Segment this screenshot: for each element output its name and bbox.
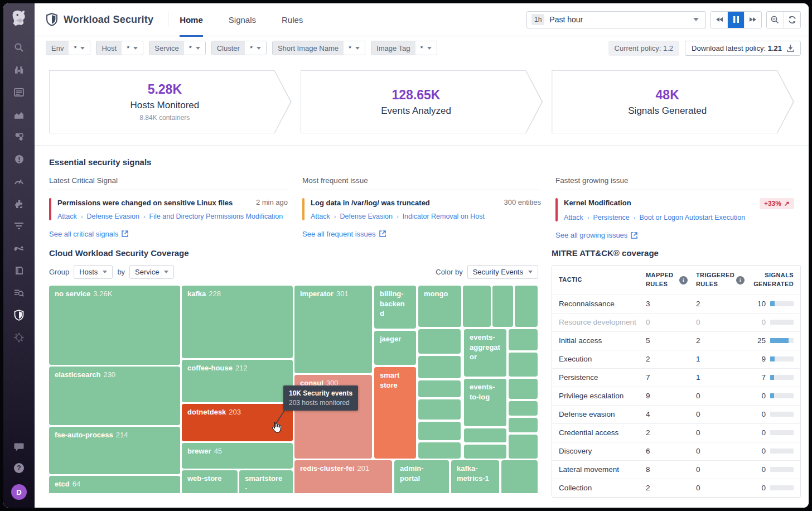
treemap-tile[interactable] bbox=[509, 401, 538, 416]
treemap-tile[interactable]: elasticsearch230 bbox=[49, 367, 180, 425]
filter-pill[interactable]: Image Tag * bbox=[371, 41, 437, 55]
treemap-tile[interactable]: web-store bbox=[182, 470, 238, 493]
treemap-tile[interactable] bbox=[418, 422, 461, 440]
download-policy-button[interactable]: Download latest policy: 1.21 bbox=[685, 41, 801, 56]
pause-button[interactable] bbox=[728, 12, 745, 28]
group-by-select[interactable]: Service bbox=[129, 265, 174, 279]
treemap-tile[interactable]: kafka228 bbox=[182, 286, 293, 358]
skip-back-button[interactable] bbox=[711, 12, 728, 28]
search-icon[interactable] bbox=[14, 42, 24, 52]
user-avatar[interactable]: D bbox=[11, 484, 27, 500]
tab-home[interactable]: Home bbox=[180, 3, 203, 36]
treemap-tile[interactable]: mongo bbox=[418, 286, 461, 327]
treemap-tile[interactable] bbox=[509, 329, 538, 350]
logs-filter-icon[interactable] bbox=[14, 221, 24, 231]
mitre-table-row[interactable]: Defense evasion 4 0 0 bbox=[552, 405, 800, 423]
treemap-tile[interactable] bbox=[509, 379, 538, 399]
treemap-tile[interactable]: kafka-metrics-1 bbox=[451, 460, 499, 493]
breadcrumb-link[interactable]: Boot or Logon Autostart Execution bbox=[639, 214, 745, 221]
treemap-tile[interactable]: billing-backend bbox=[374, 286, 416, 329]
treemap-tile[interactable]: brewer45 bbox=[182, 443, 293, 469]
treemap-tile[interactable]: etcd64 bbox=[49, 476, 180, 493]
zoom-out-icon[interactable] bbox=[767, 12, 784, 28]
log-explorer-icon[interactable] bbox=[14, 288, 24, 298]
filter-pill[interactable]: Service * bbox=[149, 41, 205, 55]
group-select[interactable]: Hosts bbox=[74, 265, 113, 279]
see-all-link[interactable]: See all critical signals bbox=[49, 230, 128, 238]
mitre-table-row[interactable]: Discovery 6 0 0 bbox=[552, 442, 800, 460]
mitre-table-row[interactable]: Resource development 0 0 0 bbox=[552, 313, 800, 331]
treemap-tile[interactable] bbox=[515, 286, 538, 327]
treemap-tile[interactable] bbox=[509, 353, 538, 377]
tab-rules[interactable]: Rules bbox=[282, 3, 303, 36]
breadcrumb-link[interactable]: Defense Evasion bbox=[86, 213, 139, 220]
security-shield-icon[interactable] bbox=[14, 310, 24, 320]
breadcrumb-link[interactable]: Indicator Removal on Host bbox=[403, 213, 485, 220]
treemap-tile[interactable] bbox=[501, 460, 538, 493]
synthetics-gauge-icon[interactable] bbox=[14, 176, 24, 186]
mitre-table-row[interactable]: Persistence 7 1 7 bbox=[552, 368, 800, 387]
time-range-picker[interactable]: 1h Past hour bbox=[526, 11, 706, 28]
treemap-tile[interactable]: no service3.26K bbox=[49, 286, 180, 365]
treemap-tile[interactable]: fse-auto-process214 bbox=[49, 427, 180, 474]
treemap-tile[interactable]: events-aggregator bbox=[464, 329, 506, 377]
monitors-alert-icon[interactable] bbox=[14, 154, 24, 164]
apm-icon[interactable] bbox=[14, 132, 24, 142]
filter-pill[interactable]: Host * bbox=[96, 41, 143, 55]
mitre-table-row[interactable]: Credential access 2 0 0 bbox=[552, 423, 800, 442]
metrics-icon[interactable] bbox=[14, 109, 24, 119]
mitre-table-row[interactable]: Reconnaissance 3 2 10 bbox=[552, 295, 800, 313]
breadcrumb-link[interactable]: Attack bbox=[57, 213, 77, 220]
treemap-tile[interactable] bbox=[464, 428, 506, 442]
treemap-tile[interactable]: events-to-log bbox=[464, 379, 506, 426]
treemap-tile[interactable] bbox=[509, 435, 538, 459]
notebooks-icon[interactable] bbox=[14, 266, 24, 276]
watchdog-binoculars-icon[interactable] bbox=[14, 65, 24, 75]
treemap-tile[interactable]: smart store bbox=[374, 367, 416, 459]
help-icon[interactable]: ? bbox=[14, 463, 24, 473]
chat-icon[interactable] bbox=[14, 442, 24, 452]
mitre-table-row[interactable]: Initial access 5 2 25 bbox=[552, 331, 800, 350]
treemap-tile[interactable]: jaeger bbox=[374, 331, 416, 365]
treemap-tile[interactable] bbox=[492, 286, 513, 327]
col-signals-generated: SIGNALS GENERATED bbox=[753, 271, 794, 289]
ci-pipeline-icon[interactable] bbox=[14, 243, 24, 253]
treemap-tile[interactable] bbox=[463, 286, 491, 327]
filter-pill[interactable]: Short Image Name * bbox=[272, 41, 365, 55]
treemap-tile[interactable]: coffee-house212 bbox=[182, 360, 293, 402]
treemap-tile[interactable]: imperator301 bbox=[294, 286, 372, 373]
treemap-tile[interactable]: admin-portal bbox=[394, 460, 449, 493]
color-by-select[interactable]: Security Events bbox=[467, 265, 538, 279]
breadcrumb-link[interactable]: Attack bbox=[564, 214, 583, 221]
refresh-icon[interactable] bbox=[784, 12, 800, 28]
network-icon[interactable] bbox=[14, 332, 24, 343]
info-icon[interactable]: i bbox=[736, 276, 745, 285]
see-all-link[interactable]: See all frequent issues bbox=[302, 230, 386, 238]
treemap-tile[interactable] bbox=[418, 442, 461, 459]
integrations-puzzle-icon[interactable] bbox=[14, 199, 24, 209]
treemap-tile[interactable] bbox=[418, 380, 461, 397]
skip-forward-button[interactable] bbox=[745, 12, 761, 28]
treemap-tile[interactable] bbox=[418, 356, 461, 378]
mitre-table-row[interactable]: Execution 2 1 9 bbox=[552, 350, 800, 368]
tab-signals[interactable]: Signals bbox=[229, 3, 256, 36]
breadcrumb-link[interactable]: File and Directory Permissions Modificat… bbox=[149, 213, 283, 220]
mitre-table-row[interactable]: Collection 2 0 0 bbox=[552, 479, 800, 497]
mitre-table-row[interactable]: Privilege escalation 9 0 0 bbox=[552, 387, 800, 405]
breadcrumb-link[interactable]: Persistence bbox=[593, 214, 629, 221]
treemap-tile[interactable]: smartstore- bbox=[239, 470, 293, 493]
breadcrumb-link[interactable]: Attack bbox=[311, 213, 330, 220]
info-icon[interactable]: i bbox=[679, 276, 688, 285]
events-icon[interactable] bbox=[14, 87, 24, 97]
filter-pill[interactable]: Env * bbox=[46, 41, 90, 55]
filter-pill[interactable]: Cluster * bbox=[211, 41, 267, 55]
treemap-tile[interactable] bbox=[418, 399, 461, 420]
mitre-table-row[interactable]: Lateral movement 8 0 0 bbox=[552, 460, 800, 479]
datadog-logo-icon[interactable] bbox=[9, 8, 29, 29]
treemap-tile[interactable] bbox=[509, 418, 538, 432]
see-all-link[interactable]: See all growing issues bbox=[555, 231, 637, 239]
breadcrumb-link[interactable]: Defense Evasion bbox=[340, 213, 393, 220]
treemap-tile[interactable]: redis-cluster-fei201 bbox=[294, 460, 392, 493]
treemap-tile[interactable] bbox=[418, 329, 461, 354]
treemap-tile[interactable] bbox=[464, 445, 506, 459]
